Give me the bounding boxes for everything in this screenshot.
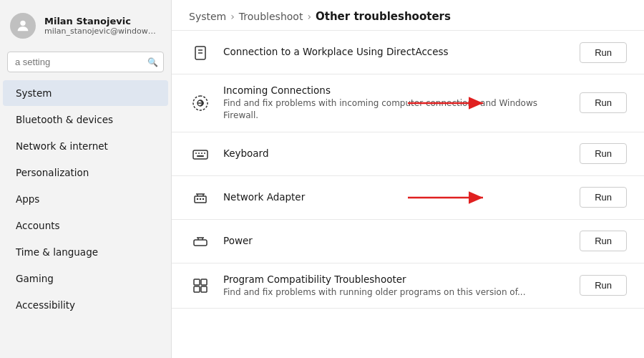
directaccess-run-button[interactable]: Run <box>580 42 627 63</box>
program-compat-icon <box>189 274 212 297</box>
sidebar-item-time[interactable]: Time & language <box>3 239 168 265</box>
incoming-text: Incoming Connections Find and fix proble… <box>223 84 568 122</box>
user-email: milan_stanojevic@windowsreport.co... <box>44 26 159 36</box>
troubleshooter-row-program-compat: Program Compatibility Troubleshooter Fin… <box>172 263 644 309</box>
breadcrumb-sep1: › <box>230 11 235 22</box>
breadcrumb-sep2: › <box>307 11 311 22</box>
svg-rect-22 <box>194 240 207 246</box>
sidebar-item-bluetooth[interactable]: Bluetooth & devices <box>3 107 168 132</box>
breadcrumb-troubleshoot[interactable]: Troubleshoot <box>239 11 303 22</box>
svg-rect-7 <box>193 150 208 159</box>
program-compat-text: Program Compatibility Troubleshooter Fin… <box>223 274 568 299</box>
keyboard-icon <box>189 142 212 165</box>
keyboard-text: Keyboard <box>223 147 568 160</box>
troubleshooter-row-network-adapter: Network Adapter Run <box>172 176 644 220</box>
incoming-run-button[interactable]: Run <box>580 92 627 113</box>
troubleshooter-row-directaccess: Connection to a Workplace Using DirectAc… <box>172 31 644 74</box>
power-icon <box>189 230 212 253</box>
search-input[interactable] <box>7 52 164 72</box>
svg-rect-27 <box>201 279 207 285</box>
sidebar-item-apps[interactable]: Apps <box>3 186 168 212</box>
sidebar: Milan Stanojevic milan_stanojevic@window… <box>0 0 172 358</box>
incoming-icon <box>189 92 212 115</box>
search-box: 🔍 <box>7 52 164 72</box>
network-adapter-icon <box>189 186 212 209</box>
breadcrumb-system[interactable]: System <box>189 11 226 22</box>
network-adapter-title: Network Adapter <box>223 191 568 203</box>
sidebar-item-accessibility[interactable]: Accessibility <box>3 292 168 318</box>
user-section: Milan Stanojevic milan_stanojevic@window… <box>0 0 171 49</box>
content-area: Connection to a Workplace Using DirectAc… <box>172 31 644 358</box>
sidebar-item-gaming[interactable]: Gaming <box>3 266 168 291</box>
nav-list: System Bluetooth & devices Network & int… <box>0 79 171 358</box>
svg-rect-26 <box>194 279 200 285</box>
network-adapter-text: Network Adapter <box>223 191 568 204</box>
incoming-desc: Find and fix problems with incoming comp… <box>223 97 568 122</box>
user-info: Milan Stanojevic milan_stanojevic@window… <box>44 16 159 36</box>
power-text: Power <box>223 235 568 248</box>
program-compat-run-button[interactable]: Run <box>580 275 627 296</box>
search-icon: 🔍 <box>147 57 158 67</box>
troubleshooter-row-incoming: Incoming Connections Find and fix proble… <box>172 74 644 132</box>
troubleshooter-row-keyboard: Keyboard Run <box>172 132 644 176</box>
avatar <box>10 13 36 39</box>
power-run-button[interactable]: Run <box>580 231 627 251</box>
directaccess-title: Connection to a Workplace Using DirectAc… <box>223 46 568 57</box>
main-content: System › Troubleshoot › Other troublesho… <box>172 0 644 358</box>
sidebar-item-personalization[interactable]: Personalization <box>3 160 168 185</box>
svg-rect-29 <box>201 286 207 292</box>
sidebar-item-system[interactable]: System <box>3 80 168 106</box>
keyboard-title: Keyboard <box>223 147 568 159</box>
breadcrumb: System › Troubleshoot › Other troublesho… <box>172 0 644 31</box>
keyboard-run-button[interactable]: Run <box>580 143 627 164</box>
program-compat-desc: Find and fix problems with running older… <box>223 286 568 299</box>
directaccess-text: Connection to a Workplace Using DirectAc… <box>223 46 568 59</box>
troubleshooter-row-power: Power Run <box>172 220 644 263</box>
sidebar-item-network[interactable]: Network & internet <box>3 133 168 159</box>
directaccess-icon <box>189 41 212 64</box>
network-adapter-run-button[interactable]: Run <box>580 187 627 208</box>
breadcrumb-current: Other troubleshooters <box>316 10 451 23</box>
user-name: Milan Stanojevic <box>44 16 159 26</box>
power-title: Power <box>223 235 568 246</box>
svg-point-0 <box>20 21 25 26</box>
incoming-title: Incoming Connections <box>223 84 568 96</box>
svg-rect-28 <box>194 286 200 292</box>
program-compat-title: Program Compatibility Troubleshooter <box>223 274 568 285</box>
sidebar-item-accounts[interactable]: Accounts <box>3 213 168 238</box>
